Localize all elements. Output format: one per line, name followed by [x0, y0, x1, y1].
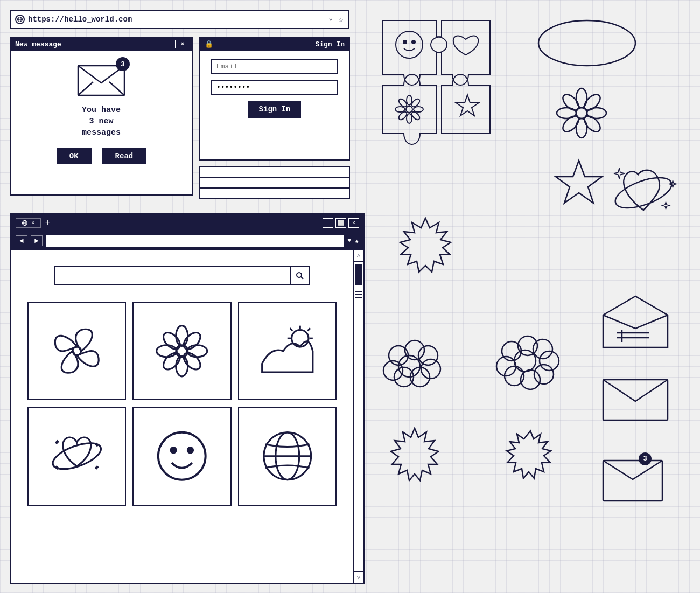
- svg-marker-57: [556, 161, 602, 203]
- svg-point-35: [403, 40, 407, 44]
- flower-right-section: [549, 81, 614, 145]
- oval-shape: [533, 16, 641, 70]
- scroll-line-2: [355, 294, 362, 295]
- nav-url-input[interactable]: [46, 235, 344, 247]
- svg-point-47: [538, 20, 635, 66]
- search-input[interactable]: [55, 272, 289, 280]
- globe-grid-icon: [254, 422, 321, 490]
- svg-line-4: [78, 82, 93, 95]
- grid-item-heart-orbit[interactable]: [27, 407, 126, 505]
- mail-badge-section: [598, 452, 678, 517]
- svg-point-63: [421, 359, 440, 379]
- svg-point-15: [157, 345, 177, 357]
- browser-content: [11, 250, 353, 583]
- tab-close-icon[interactable]: ×: [31, 220, 35, 226]
- address-bar[interactable]: https://hello_world.com ▽ ☆: [10, 10, 349, 29]
- signin-titlebar: 🔒 Sign In: [200, 38, 349, 51]
- mail-open-section: [598, 288, 678, 358]
- svg-line-25: [290, 328, 292, 331]
- browser-tab[interactable]: ×: [16, 218, 41, 228]
- signin-title: Sign In: [315, 40, 345, 48]
- message-badge: 3: [116, 57, 130, 71]
- grid-item-flower[interactable]: [132, 302, 231, 400]
- message-window-title: New message: [15, 40, 61, 48]
- minimize-icon[interactable]: _: [323, 218, 333, 228]
- dropdown-icon[interactable]: ▽: [326, 15, 335, 24]
- heart-orbit-grid-icon: [43, 422, 111, 490]
- svg-point-38: [407, 95, 412, 105]
- svg-point-70: [533, 339, 552, 359]
- search-bar[interactable]: [54, 266, 310, 285]
- signin-button[interactable]: Sign In ↖: [248, 101, 302, 118]
- grid-item-sun-landscape[interactable]: [238, 302, 337, 400]
- svg-point-53: [560, 92, 582, 113]
- svg-point-39: [407, 114, 412, 123]
- email-input[interactable]: [211, 59, 338, 74]
- svg-point-13: [176, 326, 188, 346]
- mail-closed-icon: [598, 372, 673, 425]
- browser-tabbar: × + _ ⬜ ×: [11, 214, 363, 232]
- stacked-bar-2[interactable]: [199, 177, 350, 189]
- stacked-bar-1[interactable]: [199, 166, 350, 178]
- search-icon: [296, 271, 304, 280]
- password-input[interactable]: [211, 80, 338, 95]
- nav-star-icon[interactable]: ★: [355, 236, 359, 246]
- svg-point-30: [188, 448, 193, 452]
- heart-orbit-outline-icon: [603, 156, 684, 226]
- svg-point-72: [534, 365, 554, 384]
- stacked-bar-3[interactable]: [199, 187, 350, 199]
- star-section: [549, 156, 608, 215]
- scroll-lines: [355, 291, 362, 298]
- browser-window: × + _ ⬜ × ◄ ► ▼ ★: [10, 213, 365, 584]
- cursor-arrow-icon: ↖: [302, 113, 306, 122]
- svg-point-28: [158, 432, 206, 480]
- svg-point-34: [396, 31, 423, 58]
- icon-grid: [22, 302, 342, 506]
- read-button[interactable]: Read: [102, 148, 146, 164]
- mail-open-icon: [598, 288, 673, 353]
- nav-dropdown-icon[interactable]: ▼: [347, 237, 351, 245]
- forward-button[interactable]: ►: [31, 235, 43, 246]
- minimize-button[interactable]: _: [166, 40, 176, 48]
- oval-icon: [533, 16, 641, 70]
- svg-point-16: [187, 345, 207, 357]
- svg-line-23: [307, 328, 310, 331]
- signin-content: Sign In ↖: [200, 51, 349, 126]
- message-notification-window: New message _ × 3 You have3 newmessages …: [10, 37, 193, 196]
- grid-item-smiley[interactable]: [132, 407, 231, 505]
- svg-point-41: [414, 107, 423, 112]
- signin-window: 🔒 Sign In Sign In ↖: [199, 37, 350, 161]
- grid-item-globe[interactable]: [238, 407, 337, 505]
- ok-button[interactable]: OK: [57, 148, 92, 164]
- back-button[interactable]: ◄: [16, 235, 27, 246]
- fan-icon: [43, 317, 111, 385]
- grid-item-fan[interactable]: [27, 302, 126, 400]
- svg-point-54: [582, 113, 603, 135]
- new-tab-button[interactable]: +: [45, 218, 51, 228]
- scroll-track: [354, 262, 363, 571]
- titlebar-controls: _ ×: [166, 40, 187, 48]
- svg-point-62: [418, 346, 438, 365]
- bookmark-star-icon[interactable]: ☆: [338, 14, 344, 25]
- restore-icon[interactable]: ⬜: [335, 218, 346, 228]
- url-text: https://hello_world.com: [28, 15, 323, 24]
- svg-point-18: [181, 350, 204, 372]
- browser-scrollbar: △ ▽: [353, 250, 363, 583]
- scroll-up-button[interactable]: △: [354, 250, 363, 262]
- close-button[interactable]: ×: [178, 40, 187, 48]
- svg-point-29: [171, 448, 176, 452]
- mail-badge-envelope-icon: [598, 452, 673, 506]
- svg-point-37: [406, 106, 412, 113]
- window-controls: _ ⬜ ×: [323, 218, 359, 228]
- svg-point-71: [540, 351, 559, 371]
- bottom-starburst-icon: [366, 420, 603, 539]
- svg-point-20: [160, 350, 183, 372]
- svg-point-21: [291, 330, 308, 346]
- search-button[interactable]: [290, 267, 309, 284]
- scroll-down-button[interactable]: ▽: [354, 571, 363, 583]
- scroll-thumb[interactable]: [355, 264, 362, 285]
- flower-outline-icon: [549, 81, 614, 145]
- close-icon[interactable]: ×: [348, 218, 359, 228]
- heart-orbit-section: [603, 156, 684, 226]
- svg-point-36: [412, 40, 415, 44]
